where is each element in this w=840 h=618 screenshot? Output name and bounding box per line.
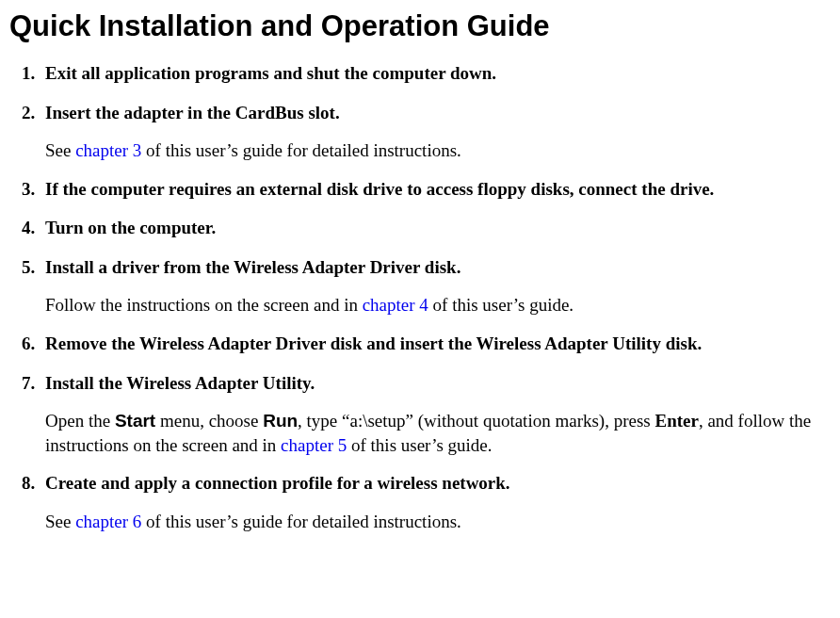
chapter-link[interactable]: chapter 4 xyxy=(363,295,428,315)
body-text: Follow the instructions on the screen an… xyxy=(45,295,363,315)
chapter-link[interactable]: chapter 5 xyxy=(281,435,347,455)
step-body: See chapter 6 of this user’s guide for d… xyxy=(45,510,831,534)
step-1: Exit all application programs and shut t… xyxy=(40,60,831,87)
body-text: menu, choose xyxy=(155,411,263,431)
body-text: , type “a:\setup” (without quotation mar… xyxy=(298,411,654,431)
step-7: Install the Wireless Adapter Utility. Op… xyxy=(40,370,831,458)
step-heading: Insert the adapter in the CardBus slot. xyxy=(45,100,831,126)
step-heading: Turn on the computer. xyxy=(45,215,831,241)
step-heading: Install the Wireless Adapter Utility. xyxy=(45,370,831,397)
body-text: See xyxy=(45,140,75,160)
page-title: Quick Installation and Operation Guide xyxy=(9,9,831,43)
ui-label-enter: Enter xyxy=(654,411,698,431)
step-body: Follow the instructions on the screen an… xyxy=(45,293,831,317)
step-heading: Exit all application programs and shut t… xyxy=(45,60,831,87)
body-text: of this user’s guide for detailed instru… xyxy=(141,512,460,531)
step-heading: If the computer requires an external dis… xyxy=(45,176,831,203)
step-8: Create and apply a connection profile fo… xyxy=(40,470,831,533)
step-heading: Install a driver from the Wireless Adapt… xyxy=(45,254,831,281)
steps-list: Exit all application programs and shut t… xyxy=(9,60,831,534)
ui-label-start: Start xyxy=(115,411,155,431)
step-6: Remove the Wireless Adapter Driver disk … xyxy=(40,331,831,357)
step-2: Insert the adapter in the CardBus slot. … xyxy=(40,100,831,163)
body-text: See xyxy=(45,512,75,531)
step-heading: Remove the Wireless Adapter Driver disk … xyxy=(45,331,831,357)
body-text: of this user’s guide. xyxy=(428,295,573,315)
step-3: If the computer requires an external dis… xyxy=(40,176,831,203)
step-body: See chapter 3 of this user’s guide for d… xyxy=(45,138,831,163)
chapter-link[interactable]: chapter 6 xyxy=(75,512,141,531)
step-5: Install a driver from the Wireless Adapt… xyxy=(40,254,831,317)
step-body: Open the Start menu, choose Run, type “a… xyxy=(45,409,831,457)
body-text: Open the xyxy=(45,411,115,431)
chapter-link[interactable]: chapter 3 xyxy=(75,140,141,160)
step-heading: Create and apply a connection profile fo… xyxy=(45,470,831,496)
body-text: of this user’s guide for detailed instru… xyxy=(141,140,460,160)
body-text: of this user’s guide. xyxy=(347,435,492,455)
step-4: Turn on the computer. xyxy=(40,215,831,241)
ui-label-run: Run xyxy=(263,411,298,431)
